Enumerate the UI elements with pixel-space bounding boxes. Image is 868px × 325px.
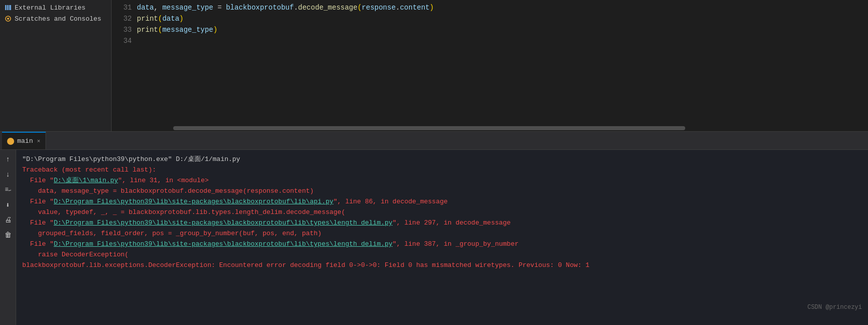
scroll-down-button[interactable]: ↓: [3, 169, 14, 180]
link-length-delim-1[interactable]: D:\Program Files\python39\lib\site-packa…: [54, 219, 392, 227]
download-button[interactable]: ⬇: [3, 199, 14, 210]
scrollbar-thumb: [173, 126, 685, 130]
sidebar: External Libraries Scratches and Console…: [0, 0, 111, 131]
svg-rect-0: [5, 5, 7, 10]
clear-button[interactable]: 🗑: [3, 230, 14, 241]
line-numbers: 31 32 33 34: [112, 2, 137, 46]
svg-point-4: [7, 18, 9, 20]
code-content: data, message_type = blackboxprotobuf.de…: [137, 2, 868, 46]
console-line-traceback-header: Traceback (most recent call last):: [22, 165, 862, 175]
code-line-32: print(data): [137, 13, 868, 24]
library-icon: [4, 4, 12, 12]
scroll-up-button[interactable]: ↑: [3, 154, 14, 165]
console-line-code-4: raise DecoderException(: [22, 249, 862, 260]
console-line-file-1: File "D:\桌面\1\main.py", line 31, in <mod…: [22, 175, 862, 186]
console-line-file-4: File "D:\Program Files\python39\lib\site…: [22, 239, 862, 249]
sidebar-item-external-libraries[interactable]: External Libraries: [0, 2, 111, 13]
console-line-file-3: File "D:\Program Files\python39\lib\site…: [22, 218, 862, 228]
wrap-button[interactable]: ≡↵: [3, 184, 14, 195]
console-line-file-2: File "D:\Program Files\python39\lib\site…: [22, 196, 862, 207]
editor-area: 31 32 33 34 data, message_type = blackbo…: [111, 0, 868, 131]
console-left-toolbar: ↑ ↓ ≡↵ ⬇ 🖨 🗑: [0, 150, 16, 325]
console-line-code-2: value, typedef, _, _ = blackboxprotobuf.…: [22, 207, 862, 218]
svg-rect-1: [7, 5, 9, 10]
editor-scrollbar[interactable]: [137, 125, 868, 131]
console-line-code-3: grouped_fields, field_order, pos = _grou…: [22, 228, 862, 239]
print-button[interactable]: 🖨: [3, 214, 14, 226]
tab-close-button[interactable]: ×: [37, 138, 40, 144]
console-output: "D:\Program Files\python39\python.exe" D…: [16, 150, 868, 325]
console-tab-main[interactable]: main ×: [2, 132, 46, 149]
tab-label: main: [17, 137, 33, 145]
scratches-icon: [4, 15, 12, 23]
link-main-py[interactable]: D:\桌面\1\main.py: [54, 177, 118, 184]
sidebar-item-label-scratches: Scratches and Consoles: [15, 15, 101, 23]
tab-python-icon: [7, 138, 14, 145]
svg-rect-2: [9, 5, 11, 10]
console-line-error: blackboxprotobuf.lib.exceptions.DecoderE…: [22, 260, 862, 270]
code-line-33: print(message_type): [137, 24, 868, 35]
console-line-cmd: "D:\Program Files\python39\python.exe" D…: [22, 154, 862, 165]
watermark: CSDN @princezyi: [807, 304, 862, 311]
console-line-code-1: data, message_type = blackboxprotobuf.de…: [22, 186, 862, 196]
sidebar-item-label-external-libraries: External Libraries: [15, 4, 85, 12]
sidebar-item-scratches[interactable]: Scratches and Consoles: [0, 13, 111, 24]
console-area: main × ↑ ↓ ≡↵ ⬇ 🖨 🗑 "D:\Program Files\py…: [0, 132, 868, 325]
link-length-delim-2[interactable]: D:\Program Files\python39\lib\site-packa…: [54, 240, 392, 248]
code-line-31: data, message_type = blackboxprotobuf.de…: [137, 2, 868, 13]
console-tabs-bar: main ×: [0, 132, 868, 150]
link-api-py[interactable]: D:\Program Files\python39\lib\site-packa…: [54, 198, 333, 205]
